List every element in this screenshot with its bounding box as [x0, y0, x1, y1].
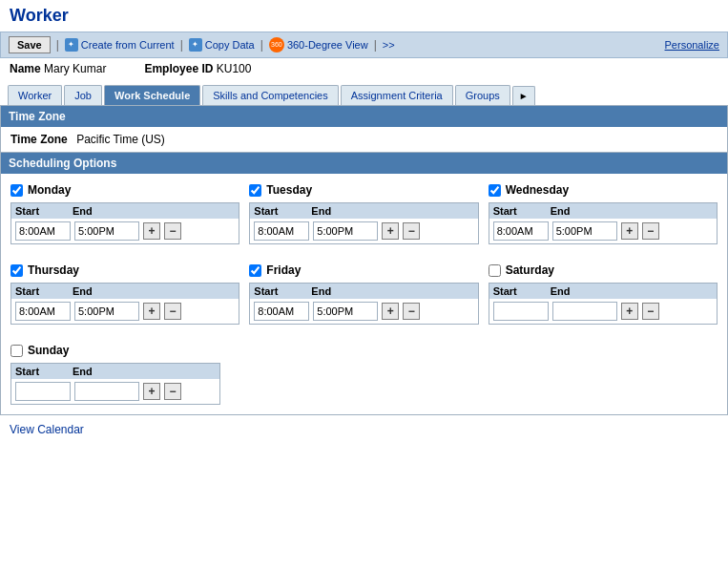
separator-1: |: [56, 38, 59, 52]
tuesday-end-input[interactable]: [313, 221, 378, 241]
copy-data-label: Copy Data: [205, 39, 255, 51]
friday-end-input[interactable]: [313, 302, 378, 321]
monday-start-header: Start: [15, 205, 73, 217]
tuesday-label: Tuesday: [249, 183, 478, 197]
copy-data-link[interactable]: ✦ Copy Data: [189, 38, 255, 52]
saturday-start-header: Start: [493, 285, 551, 297]
create-from-current-link[interactable]: ✦ Create from Current: [65, 38, 175, 52]
friday-add-button[interactable]: +: [382, 303, 399, 320]
day-wednesday: Wednesday Start End + −: [489, 183, 718, 244]
thursday-row: + −: [11, 299, 239, 324]
sunday-start-header: Start: [15, 366, 73, 377]
tab-groups[interactable]: Groups: [455, 85, 510, 105]
tuesday-header: Start End: [250, 203, 477, 219]
id-label: Employee ID: [144, 62, 213, 75]
wednesday-label: Wednesday: [489, 183, 718, 197]
friday-checkbox[interactable]: [249, 264, 261, 277]
more-link[interactable]: >>: [383, 39, 395, 51]
saturday-add-button[interactable]: +: [621, 303, 638, 320]
saturday-end-input[interactable]: [552, 302, 617, 321]
wednesday-end-header: End: [551, 205, 617, 217]
tuesday-row: + −: [250, 219, 477, 243]
tab-more-arrow[interactable]: ►: [512, 86, 535, 105]
tuesday-checkbox[interactable]: [249, 184, 261, 197]
tuesday-remove-button[interactable]: −: [403, 222, 420, 240]
day-tuesday: Tuesday Start End + −: [249, 183, 478, 244]
saturday-row: + −: [489, 299, 717, 324]
wednesday-schedule: Start End + −: [489, 202, 718, 244]
employee-name: Name Mary Kumar: [10, 62, 106, 75]
friday-row: + −: [250, 299, 477, 324]
sunday-header: Start End: [11, 364, 219, 379]
save-button[interactable]: Save: [9, 36, 51, 53]
monday-checkbox[interactable]: [10, 184, 23, 197]
thursday-end-input[interactable]: [74, 302, 139, 321]
wednesday-text: Wednesday: [506, 183, 569, 197]
sunday-end-input[interactable]: [74, 382, 139, 401]
day-friday: Friday Start End + −: [249, 263, 478, 325]
tab-skills[interactable]: Skills and Competencies: [202, 85, 338, 105]
thursday-text: Thursday: [28, 263, 79, 277]
day-saturday: Saturday Start End + −: [489, 263, 718, 325]
view-calendar-link[interactable]: View Calendar: [10, 423, 84, 436]
thursday-start-input[interactable]: [15, 302, 71, 321]
thursday-start-header: Start: [15, 285, 73, 297]
saturday-remove-button[interactable]: −: [642, 303, 659, 320]
friday-remove-button[interactable]: −: [403, 303, 420, 320]
tab-worker[interactable]: Worker: [8, 85, 62, 105]
sunday-checkbox[interactable]: [10, 345, 23, 357]
scheduling-content: Monday Start End + −: [1, 174, 727, 414]
thursday-add-button[interactable]: +: [143, 303, 160, 320]
friday-text: Friday: [266, 263, 301, 277]
wednesday-start-header: Start: [493, 205, 551, 217]
tuesday-schedule: Start End + −: [249, 202, 478, 244]
saturday-start-input[interactable]: [493, 302, 549, 321]
wednesday-start-input[interactable]: [493, 221, 549, 241]
tab-job[interactable]: Job: [64, 85, 102, 105]
footer: View Calendar: [0, 415, 728, 444]
sunday-remove-button[interactable]: −: [164, 383, 181, 400]
personalize-link[interactable]: Personalize: [665, 39, 719, 51]
wednesday-end-input[interactable]: [552, 221, 617, 241]
tuesday-start-input[interactable]: [254, 221, 309, 241]
day-monday: Monday Start End + −: [10, 183, 239, 244]
wednesday-checkbox[interactable]: [489, 184, 501, 197]
monday-remove-button[interactable]: −: [164, 222, 181, 240]
tuesday-start-header: Start: [254, 205, 311, 217]
tuesday-end-header: End: [311, 205, 378, 217]
sunday-row: + −: [11, 379, 219, 404]
friday-label: Friday: [249, 263, 478, 277]
friday-start-input[interactable]: [254, 302, 309, 321]
separator-4: |: [374, 38, 377, 52]
page-container: Worker Save | ✦ Create from Current | ✦ …: [0, 0, 728, 568]
saturday-text: Saturday: [506, 263, 554, 277]
friday-header: Start End: [250, 284, 477, 299]
monday-start-input[interactable]: [15, 221, 71, 241]
sunday-end-header: End: [73, 366, 139, 377]
thursday-checkbox[interactable]: [10, 264, 23, 277]
create-from-current-label: Create from Current: [81, 39, 175, 51]
360-icon: 360: [269, 37, 284, 53]
saturday-label: Saturday: [489, 263, 718, 277]
wednesday-add-button[interactable]: +: [621, 222, 638, 240]
sunday-start-input[interactable]: [15, 382, 71, 401]
thursday-remove-button[interactable]: −: [164, 303, 181, 320]
sunday-add-button[interactable]: +: [143, 383, 160, 400]
thursday-end-header: End: [73, 285, 139, 297]
name-label: Name: [10, 62, 41, 75]
monday-add-button[interactable]: +: [143, 222, 160, 240]
degree-view-link[interactable]: 360 360-Degree View: [269, 37, 368, 53]
saturday-checkbox[interactable]: [489, 264, 501, 277]
degree-view-label: 360-Degree View: [287, 39, 368, 51]
wednesday-remove-button[interactable]: −: [642, 222, 659, 240]
tabs: Worker Job Work Schedule Skills and Comp…: [0, 79, 728, 105]
spacer-2: [10, 325, 718, 344]
timezone-label: Time Zone: [10, 133, 68, 146]
sunday-label: Sunday: [10, 344, 220, 357]
monday-end-input[interactable]: [74, 221, 139, 241]
thursday-schedule: Start End + −: [10, 283, 239, 325]
tuesday-add-button[interactable]: +: [382, 222, 399, 240]
tab-work-schedule[interactable]: Work Schedule: [104, 85, 200, 105]
saturday-header: Start End: [489, 284, 717, 299]
tab-assignment-criteria[interactable]: Assignment Criteria: [341, 85, 453, 105]
